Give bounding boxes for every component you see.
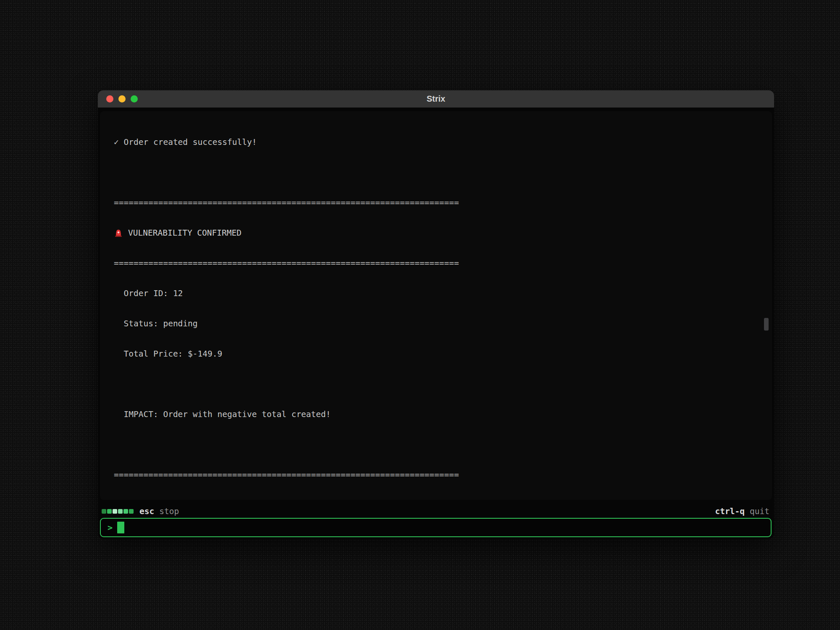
order-id-line: Order ID: 12 — [114, 289, 772, 299]
vulnerability-confirmed-row: VULNERABILITY CONFIRMED — [114, 228, 772, 238]
activity-dots — [102, 509, 134, 514]
window-title: Strix — [98, 94, 774, 104]
command-input[interactable]: > — [100, 518, 772, 537]
terminal-scroll-area[interactable]: ✓ Order created successfully! ==========… — [100, 111, 772, 500]
ctrl-q-key-hint: ctrl-q — [715, 507, 745, 516]
impact-line: IMPACT: Order with negative total create… — [114, 410, 772, 420]
text-cursor — [117, 522, 124, 533]
activity-dot — [107, 509, 112, 514]
order-total-line: Total Price: $-149.9 — [114, 349, 772, 359]
stop-action-label: stop — [159, 507, 179, 516]
activity-dot — [102, 509, 106, 514]
status-bar: esc stop ctrl-q quit — [102, 506, 769, 516]
order-status-line: Status: pending — [114, 319, 772, 329]
activity-dot — [118, 509, 123, 514]
traffic-lights — [106, 95, 138, 102]
quit-action-label: quit — [750, 507, 769, 516]
activity-dot — [113, 509, 117, 514]
order-success-line: ✓ Order created successfully! — [114, 137, 772, 147]
scrollbar-thumb[interactable] — [764, 318, 769, 331]
esc-key-hint: esc — [139, 507, 154, 516]
alarm-icon — [114, 228, 123, 238]
close-button[interactable] — [106, 95, 113, 102]
activity-dot — [123, 509, 128, 514]
zoom-button[interactable] — [131, 95, 138, 102]
minimize-button[interactable] — [118, 95, 126, 102]
prompt-symbol: > — [108, 522, 113, 533]
separator-line: ========================================… — [114, 258, 772, 268]
activity-dot — [129, 509, 134, 514]
separator-line: ========================================… — [114, 470, 772, 480]
titlebar[interactable]: Strix — [98, 90, 774, 108]
separator-line: ========================================… — [114, 198, 772, 208]
strix-terminal-window: Strix ✓ Order created successfully! ====… — [98, 90, 774, 539]
vulnerability-confirmed-label: VULNERABILITY CONFIRMED — [128, 228, 242, 238]
